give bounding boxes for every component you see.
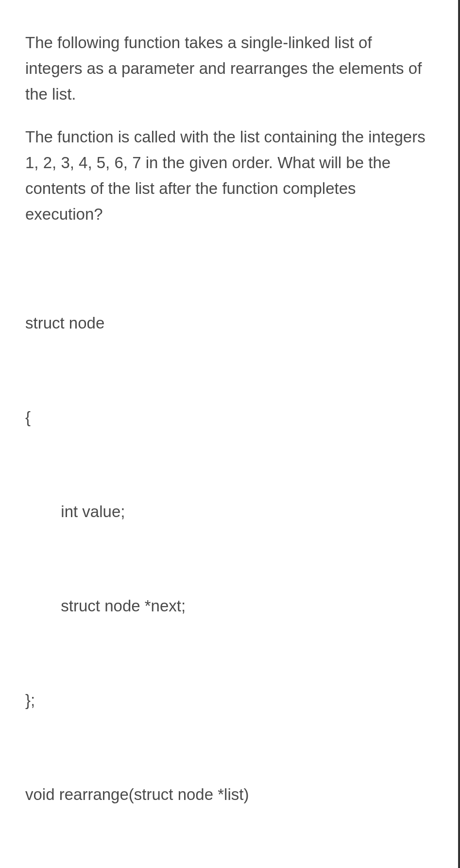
code-block: struct node { int value; struct node *ne…: [25, 245, 433, 868]
code-line: struct node: [25, 308, 433, 339]
code-line: int value;: [25, 496, 433, 528]
question-content: The following function takes a single-li…: [0, 0, 458, 868]
code-line: struct node *next;: [25, 590, 433, 622]
question-paragraph-1: The following function takes a single-li…: [25, 30, 433, 107]
code-line: {: [25, 402, 433, 434]
code-line: void rearrange(struct node *list): [25, 779, 433, 811]
code-line: };: [25, 685, 433, 716]
question-paragraph-2: The function is called with the list con…: [25, 124, 433, 227]
